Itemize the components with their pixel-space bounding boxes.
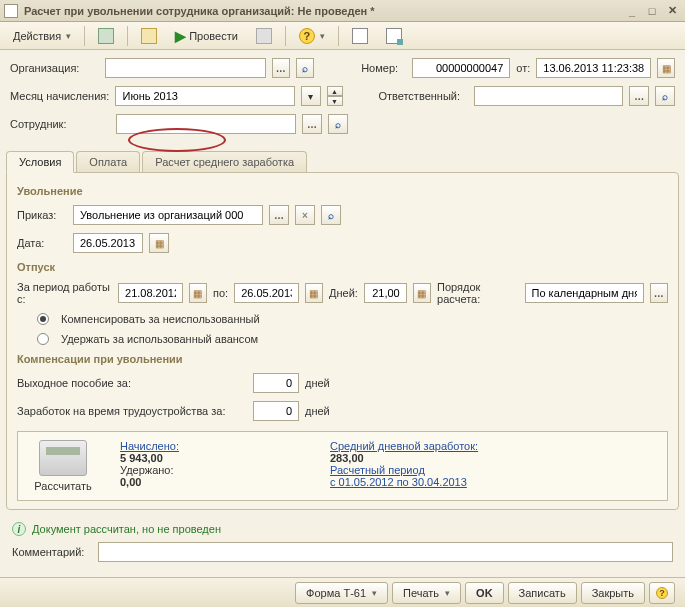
radio-withhold[interactable] (37, 333, 49, 345)
launch-icon (141, 28, 157, 44)
radio-compensate[interactable] (37, 313, 49, 325)
tool-list2-button[interactable] (379, 25, 409, 47)
comment-input[interactable] (98, 542, 673, 562)
severance-input[interactable] (253, 373, 299, 393)
calculate-button[interactable]: Рассчитать (26, 440, 100, 492)
accrued-label[interactable]: Начислено: (120, 440, 310, 452)
order-input[interactable] (73, 205, 263, 225)
list-icon (352, 28, 368, 44)
days-label: Дней: (329, 287, 358, 299)
tool-gear-button[interactable] (249, 25, 279, 47)
tool-list1-button[interactable] (345, 25, 375, 47)
month-label: Месяц начисления: (10, 90, 109, 102)
tab-avg-calc[interactable]: Расчет среднего заработка (142, 151, 307, 172)
save-button[interactable]: Записать (508, 582, 577, 604)
month-spin[interactable]: ▲ ▼ (327, 86, 343, 106)
tab-conditions[interactable]: Условия (6, 151, 74, 173)
withheld-label: Удержано: (120, 464, 310, 476)
order-ellipsis-button[interactable]: … (269, 205, 289, 225)
org-ellipsis-button[interactable]: … (272, 58, 290, 78)
calculator-icon (39, 440, 87, 476)
period-link-label[interactable]: Расчетный период (330, 464, 478, 476)
emp-label: Сотрудник: (10, 118, 110, 130)
comp-section-title: Компенсации при увольнении (17, 353, 668, 365)
vacation-section-title: Отпуск (17, 261, 668, 273)
ok-button[interactable]: OK (465, 582, 504, 604)
close-window-button[interactable]: ✕ (663, 3, 681, 19)
emp-input[interactable] (116, 114, 296, 134)
resp-ellipsis-button[interactable]: … (629, 86, 649, 106)
print-button[interactable]: Печать (392, 582, 461, 604)
gear-icon (256, 28, 272, 44)
calc-order-ellipsis-button[interactable]: … (650, 283, 668, 303)
window-title: Расчет при увольнении сотрудника организ… (24, 5, 375, 17)
number-input[interactable] (412, 58, 511, 78)
dismiss-date-calendar-button[interactable]: ▦ (149, 233, 169, 253)
calc-order-label: Порядок расчета: (437, 281, 518, 305)
tool-launch-button[interactable] (134, 25, 164, 47)
emp-ellipsis-button[interactable]: … (302, 114, 322, 134)
avg-value: 283,00 (330, 452, 478, 464)
actions-label: Действия (13, 30, 61, 42)
period-from-label: За период работы с: (17, 281, 112, 305)
radio-withhold-label: Удержать за использованный авансом (61, 333, 258, 345)
window-doc-icon (4, 4, 18, 18)
comment-label: Комментарий: (12, 546, 92, 558)
dismiss-section-title: Увольнение (17, 185, 668, 197)
month-dropdown-button[interactable]: ▾ (301, 86, 321, 106)
form-t61-button[interactable]: Форма Т-61 (295, 582, 388, 604)
period-to-calendar-button[interactable]: ▦ (305, 283, 323, 303)
withheld-value: 0,00 (120, 476, 310, 488)
period-link-value[interactable]: с 01.05.2012 по 30.04.2013 (330, 476, 478, 488)
maximize-button[interactable]: □ (643, 3, 661, 19)
period-from-calendar-button[interactable]: ▦ (189, 283, 207, 303)
tool-doc-button[interactable] (91, 25, 121, 47)
earn-input[interactable] (253, 401, 299, 421)
actions-menu[interactable]: Действия (6, 25, 78, 47)
avg-label[interactable]: Средний дневной заработок: (330, 440, 478, 452)
resp-search-button[interactable]: ⌕ (655, 86, 675, 106)
from-date-calendar-button[interactable]: ▦ (657, 58, 675, 78)
help-menu[interactable]: ? (292, 25, 332, 47)
close-button[interactable]: Закрыть (581, 582, 645, 604)
calculate-label: Рассчитать (26, 480, 100, 492)
from-date-input[interactable] (536, 58, 651, 78)
order-label: Приказ: (17, 209, 67, 221)
order-search-button[interactable]: ⌕ (321, 205, 341, 225)
period-from-input[interactable] (118, 283, 183, 303)
period-to-input[interactable] (234, 283, 299, 303)
period-to-label: по: (213, 287, 228, 299)
run-icon: ▶ (175, 29, 186, 43)
severance-label: Выходное пособие за: (17, 377, 247, 389)
order-clear-button[interactable]: × (295, 205, 315, 225)
dismiss-date-input[interactable] (73, 233, 143, 253)
severance-unit: дней (305, 377, 330, 389)
number-label: Номер: (361, 62, 405, 74)
month-input[interactable] (115, 86, 294, 106)
minimize-button[interactable]: _ (623, 3, 641, 19)
emp-search-button[interactable]: ⌕ (328, 114, 348, 134)
post-button[interactable]: ▶ Провести (168, 25, 245, 47)
from-label: от: (516, 62, 530, 74)
calc-order-input[interactable] (525, 283, 644, 303)
help-mini-icon: ? (656, 587, 668, 599)
org-search-button[interactable]: ⌕ (296, 58, 314, 78)
org-label: Организация: (10, 62, 99, 74)
radio-compensate-label: Компенсировать за неиспользованный (61, 313, 260, 325)
info-icon: i (12, 522, 26, 536)
month-spin-down[interactable]: ▼ (327, 96, 343, 106)
tab-payment[interactable]: Оплата (76, 151, 140, 172)
doc-icon (98, 28, 114, 44)
days-calc-button[interactable]: ▦ (413, 283, 431, 303)
days-input[interactable] (364, 283, 407, 303)
accrued-value: 5 943,00 (120, 452, 310, 464)
resp-label: Ответственный: (378, 90, 468, 102)
dismiss-date-label: Дата: (17, 237, 67, 249)
help-icon: ? (299, 28, 315, 44)
org-input[interactable] (105, 58, 266, 78)
earn-unit: дней (305, 405, 330, 417)
month-spin-up[interactable]: ▲ (327, 86, 343, 96)
list2-icon (386, 28, 402, 44)
help-footer-button[interactable]: ? (649, 582, 675, 604)
resp-input[interactable] (474, 86, 623, 106)
